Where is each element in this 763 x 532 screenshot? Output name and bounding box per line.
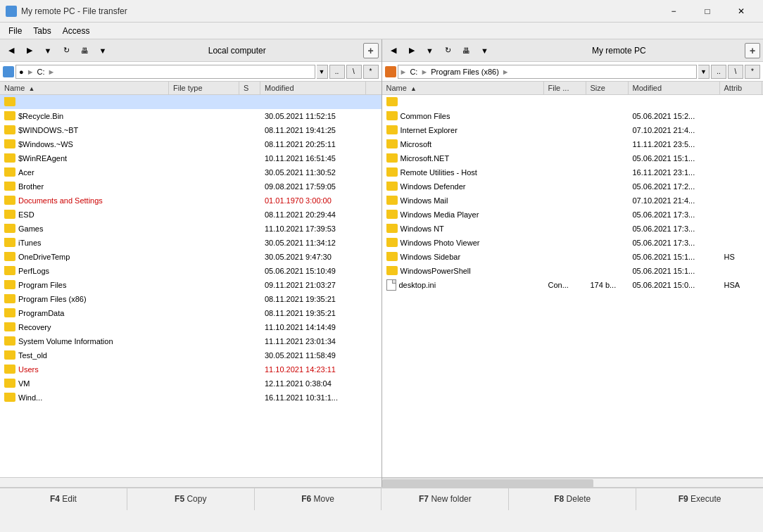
left-file-row[interactable]: Documents and Settings01.01.1970 3:00:00: [0, 194, 382, 208]
left-refresh-button[interactable]: ↻: [58, 42, 75, 59]
left-file-modified: 01.01.1970 3:00:00: [260, 196, 366, 205]
menu-access[interactable]: Access: [57, 25, 96, 37]
left-file-row[interactable]: PerfLogs05.06.2021 15:10:49: [0, 264, 382, 278]
left-col-modified[interactable]: Modified: [260, 82, 366, 94]
left-file-name: [0, 97, 169, 106]
right-addr-slash[interactable]: \: [728, 65, 743, 79]
left-col-s[interactable]: S: [239, 82, 260, 94]
right-file-row[interactable]: [382, 95, 764, 109]
right-col-name[interactable]: Name ▲: [382, 82, 544, 94]
left-file-list[interactable]: $Recycle.Bin30.05.2021 11:52:15$WINDOWS.…: [0, 95, 382, 477]
right-file-row[interactable]: Remote Utilities - Host16.11.2021 23:1..…: [382, 165, 764, 179]
window-controls[interactable]: − □ ✕: [657, 1, 757, 22]
right-file-list[interactable]: Common Files05.06.2021 15:2...Internet E…: [382, 95, 764, 477]
right-path-sep1: ►: [420, 68, 428, 76]
left-file-row[interactable]: OneDriveTemp30.05.2021 9:47:30: [0, 250, 382, 264]
right-computer-button[interactable]: 🖶: [458, 42, 475, 59]
right-file-row[interactable]: Windows Photo Viewer05.06.2021 17:3...: [382, 236, 764, 250]
right-back-button[interactable]: ◀: [385, 42, 402, 59]
left-col-type[interactable]: File type: [169, 82, 239, 94]
right-file-row[interactable]: Windows NT05.06.2021 17:3...: [382, 222, 764, 236]
left-file-row[interactable]: $Windows.~WS08.11.2021 20:25:11: [0, 137, 382, 151]
left-file-row[interactable]: $WinREAgent10.11.2021 16:51:45: [0, 151, 382, 165]
left-computer-button[interactable]: 🖶: [76, 42, 93, 59]
left-file-row[interactable]: VM12.11.2021 0:38:04: [0, 376, 382, 391]
bottom-btn-delete[interactable]: F8 Delete: [509, 488, 636, 510]
file-name-label: WindowsPowerShell: [401, 267, 471, 275]
menu-tabs[interactable]: Tabs: [27, 25, 56, 37]
bottom-btn-new-folder[interactable]: F7 New folder: [382, 488, 509, 510]
right-addr-star[interactable]: *: [745, 65, 760, 79]
folder-icon: [4, 224, 15, 233]
left-file-row[interactable]: Wind...16.11.2021 10:31:1...: [0, 391, 382, 405]
file-name-label: Users: [18, 365, 39, 374]
bottom-btn-execute[interactable]: F9 Execute: [636, 488, 763, 510]
right-file-row[interactable]: Common Files05.06.2021 15:2...: [382, 109, 764, 123]
left-file-row[interactable]: Test_old30.05.2021 11:58:49: [0, 348, 382, 362]
right-file-name: Internet Explorer: [382, 125, 544, 134]
left-file-row[interactable]: Users11.10.2021 14:23:11: [0, 362, 382, 376]
left-file-row[interactable]: Recovery11.10.2021 14:14:49: [0, 320, 382, 334]
left-addr-up[interactable]: ..: [329, 65, 345, 79]
left-file-row[interactable]: ProgramData08.11.2021 19:35:21: [0, 306, 382, 320]
left-path-dropdown[interactable]: ▼: [317, 65, 328, 79]
folder-icon: [4, 153, 15, 163]
right-col-file[interactable]: File ...: [544, 82, 586, 94]
right-file-row[interactable]: desktop.iniCon...174 b...05.06.2021 15:0…: [382, 278, 764, 292]
minimize-button[interactable]: −: [657, 1, 690, 22]
left-col-name[interactable]: Name ▲: [0, 82, 169, 94]
left-addr-star[interactable]: *: [363, 65, 379, 79]
left-file-row[interactable]: Brother09.08.2021 17:59:05: [0, 179, 382, 194]
right-addr-up[interactable]: ..: [711, 65, 726, 79]
left-addr-slash[interactable]: \: [346, 65, 362, 79]
right-toolbar: ◀ ▶ ▼ ↻ 🖶 ▼ My remote PC +: [382, 39, 764, 62]
right-file-row[interactable]: Windows Media Player05.06.2021 17:3...: [382, 208, 764, 222]
maximize-button[interactable]: □: [691, 1, 724, 22]
right-col-size[interactable]: Size: [586, 82, 629, 94]
right-col-attrib[interactable]: Attrib: [720, 82, 762, 94]
left-file-row[interactable]: System Volume Information11.11.2021 23:0…: [0, 334, 382, 348]
left-file-row[interactable]: iTunes30.05.2021 11:34:12: [0, 236, 382, 250]
right-path-dropdown[interactable]: ▼: [698, 65, 710, 79]
left-back-button[interactable]: ◀: [3, 42, 20, 59]
left-dropdown-button[interactable]: ▼: [39, 42, 56, 59]
left-file-row[interactable]: Acer30.05.2021 11:30:52: [0, 165, 382, 179]
right-file-row[interactable]: Windows Defender05.06.2021 17:2...: [382, 179, 764, 194]
left-file-row[interactable]: Program Files (x86)08.11.2021 19:35:21: [0, 292, 382, 306]
right-file-row[interactable]: Windows Sidebar05.06.2021 15:1...HS: [382, 250, 764, 264]
close-button[interactable]: ✕: [725, 1, 757, 22]
right-dropdown-button[interactable]: ▼: [422, 42, 439, 59]
left-computer-dropdown-button[interactable]: ▼: [94, 42, 111, 59]
right-file-row[interactable]: Microsoft11.11.2021 23:5...: [382, 137, 764, 151]
right-refresh-button[interactable]: ↻: [440, 42, 457, 59]
menu-file[interactable]: File: [3, 25, 27, 37]
right-file-row[interactable]: Windows Mail07.10.2021 21:4...: [382, 194, 764, 208]
left-file-row[interactable]: ESD08.11.2021 20:29:44: [0, 208, 382, 222]
right-file-row[interactable]: Microsoft.NET05.06.2021 15:1...: [382, 151, 764, 165]
left-file-name: Games: [0, 224, 169, 233]
left-forward-button[interactable]: ▶: [21, 42, 38, 59]
left-file-row[interactable]: $WINDOWS.~BT08.11.2021 19:41:25: [0, 123, 382, 137]
right-add-button[interactable]: +: [745, 43, 760, 58]
right-computer-dropdown-button[interactable]: ▼: [477, 42, 493, 59]
left-add-button[interactable]: +: [363, 43, 379, 58]
left-file-row[interactable]: Program Files09.11.2021 21:03:27: [0, 278, 382, 292]
right-col-modified[interactable]: Modified: [629, 82, 720, 94]
right-h-scrollbar[interactable]: [382, 477, 764, 487]
folder-icon: [386, 266, 398, 275]
right-forward-button[interactable]: ▶: [403, 42, 420, 59]
bottom-btn-copy[interactable]: F5 Copy: [127, 488, 255, 510]
left-h-scrollbar[interactable]: [0, 477, 382, 487]
left-file-modified: 08.11.2021 20:29:44: [260, 210, 366, 219]
left-file-row[interactable]: [0, 95, 382, 109]
right-file-row[interactable]: WindowsPowerShell05.06.2021 15:1...: [382, 264, 764, 278]
bottom-btn-edit[interactable]: F4 Edit: [0, 488, 127, 510]
right-file-row[interactable]: Internet Explorer07.10.2021 21:4...: [382, 123, 764, 137]
right-file-name: desktop.ini: [382, 279, 544, 291]
left-file-modified: 11.10.2021 14:14:49: [260, 323, 366, 331]
bottom-btn-move[interactable]: F6 Move: [255, 488, 382, 510]
right-file-modified: 05.06.2021 15:2...: [629, 112, 720, 120]
left-file-name: Brother: [0, 182, 169, 191]
left-file-row[interactable]: Games11.10.2021 17:39:53: [0, 222, 382, 236]
left-file-row[interactable]: $Recycle.Bin30.05.2021 11:52:15: [0, 109, 382, 123]
